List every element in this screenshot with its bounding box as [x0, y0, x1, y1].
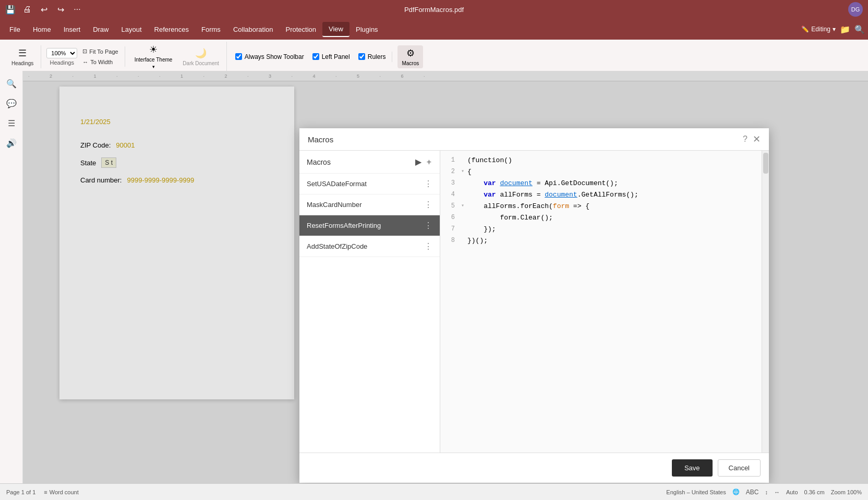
globe-icon[interactable]: 🌐: [732, 489, 740, 495]
menu-layout[interactable]: Layout: [115, 22, 148, 36]
fit-width-icon: ↔: [82, 59, 88, 65]
macro-menu-1[interactable]: ⋮: [424, 179, 432, 189]
editing-indicator[interactable]: ✏️ Editing ▾: [801, 26, 836, 33]
add-macro-button[interactable]: +: [426, 156, 432, 168]
more-icon[interactable]: ···: [72, 4, 82, 15]
left-panel-checkbox[interactable]: [312, 53, 319, 60]
page-info: Page 1 of 1: [6, 489, 35, 495]
status-bar-right: English – United States 🌐 ABC ↕ ↔ Auto 0…: [666, 489, 862, 496]
macro-name-2: MaskCardNumber: [307, 201, 361, 209]
save-button[interactable]: Save: [672, 459, 713, 477]
fit-width-status-icon[interactable]: ↔: [774, 489, 780, 495]
toolbar-view-options: Always Show Toolbar Left Panel Rulers: [229, 52, 393, 62]
always-show-toolbar-toggle[interactable]: Always Show Toolbar: [232, 52, 307, 62]
editor-scrollbar[interactable]: [762, 151, 769, 453]
measure-value: 0.36 cm: [804, 489, 825, 495]
dialog-title: Macros: [308, 135, 333, 144]
menu-references[interactable]: References: [148, 22, 195, 36]
document-title: PdfFormMacros.pdf: [404, 6, 464, 14]
menu-view[interactable]: View: [322, 22, 349, 37]
menu-insert[interactable]: Insert: [57, 22, 87, 36]
sidebar-comment-icon[interactable]: 💬: [3, 95, 20, 112]
menu-file[interactable]: File: [3, 22, 27, 36]
zoom-auto[interactable]: Auto: [786, 489, 798, 495]
save-icon[interactable]: 💾: [5, 4, 16, 15]
code-editor[interactable]: 1 (function() 2 ▾ { 3 var document = Api…: [440, 151, 762, 453]
rulers-toggle[interactable]: Rulers: [355, 52, 389, 62]
zoom-controls: 100% Headings: [46, 48, 77, 66]
menu-protection[interactable]: Protection: [279, 22, 322, 36]
fit-controls: ⊡ Fit To Page ↔ To Width: [79, 46, 121, 67]
avatar[interactable]: DG: [848, 2, 863, 17]
fit-to-page-button[interactable]: ⊡ Fit To Page: [79, 46, 121, 56]
help-icon[interactable]: ?: [743, 135, 748, 144]
menu-plugins[interactable]: Plugins: [349, 22, 384, 36]
left-panel-toggle[interactable]: Left Panel: [309, 52, 353, 62]
macro-menu-4[interactable]: ⋮: [424, 241, 432, 251]
macro-item-3[interactable]: ResetFormsAfterPrinting ⋮: [299, 215, 440, 236]
dialog-body: Macros ▶ + SetUSADateFormat ⋮ MaskCardNu…: [299, 151, 769, 453]
menu-forms[interactable]: Forms: [195, 22, 227, 36]
toolbar-zoom-group: 100% Headings ⊡ Fit To Page ↔ To Width: [43, 46, 125, 67]
macro-menu-3[interactable]: ⋮: [424, 221, 432, 230]
scrollbar-thumb[interactable]: [763, 153, 768, 174]
word-count-icon: ≡: [44, 489, 47, 495]
code-line-2: 2 ▾ {: [440, 167, 762, 179]
undo-icon[interactable]: ↩: [39, 4, 49, 15]
run-macro-button[interactable]: ▶: [414, 156, 423, 168]
dialog-header-right: ? ✕: [743, 133, 761, 145]
menu-draw[interactable]: Draw: [87, 22, 115, 36]
dark-doc-icon: 🌙: [195, 47, 207, 59]
macro-item-4[interactable]: AddStateOfZipCode ⋮: [299, 236, 440, 257]
theme-icon: ☀: [149, 44, 158, 55]
sidebar-search-icon[interactable]: 🔍: [3, 75, 20, 92]
track-changes-icon[interactable]: ↕: [765, 489, 768, 495]
menu-home[interactable]: Home: [27, 22, 57, 36]
dialog-footer: Save Cancel: [299, 453, 769, 483]
word-count[interactable]: ≡ Word count: [44, 489, 78, 495]
macros-list: SetUSADateFormat ⋮ MaskCardNumber ⋮ Rese…: [299, 174, 440, 453]
dark-document-button[interactable]: 🌙 Dark Document: [178, 45, 223, 68]
sidebar-speaker-icon[interactable]: 🔊: [3, 135, 20, 151]
folder-icon[interactable]: 📁: [840, 25, 850, 34]
toolbar-headings-group: ☰ Headings: [4, 45, 41, 68]
macro-menu-2[interactable]: ⋮: [424, 200, 432, 210]
code-line-7: 7 });: [440, 225, 762, 236]
zoom-select[interactable]: 100%: [46, 48, 77, 58]
spellcheck-icon[interactable]: ABC: [746, 489, 759, 496]
cancel-button[interactable]: Cancel: [718, 459, 761, 477]
search-header-icon[interactable]: 🔍: [854, 25, 865, 34]
always-show-toolbar-checkbox[interactable]: [235, 53, 242, 60]
fit-to-width-button[interactable]: ↔ To Width: [79, 57, 121, 67]
macro-name-4: AddStateOfZipCode: [307, 242, 367, 250]
close-icon[interactable]: ✕: [753, 133, 761, 145]
code-line-3: 3 var document = Api.GetDocument();: [440, 179, 762, 190]
code-line-5: 5 ▾ allForms.forEach(form => {: [440, 202, 762, 213]
print-icon[interactable]: 🖨: [22, 4, 32, 15]
main-area: · 2 · 1 · · · 1 · 2 · 3 · 4 · 5 · 6 · 1/…: [23, 71, 868, 483]
title-bar: 💾 🖨 ↩ ↪ ··· PdfFormMacros.pdf DG: [0, 0, 868, 19]
menu-collaboration[interactable]: Collaboration: [227, 22, 280, 36]
dialog-header: Macros ? ✕: [299, 128, 769, 151]
toolbar-theme-group: ☀ Interface Theme ▾ 🌙 Dark Document: [127, 42, 227, 71]
macros-list-header: Macros ▶ +: [299, 151, 440, 174]
code-line-8: 8 })();: [440, 236, 762, 248]
macro-item-2[interactable]: MaskCardNumber ⋮: [299, 194, 440, 215]
language-selector[interactable]: English – United States: [666, 489, 726, 495]
status-bar: Page 1 of 1 ≡ Word count English – Unite…: [0, 483, 868, 500]
interface-theme-button[interactable]: ☀ Interface Theme ▾: [130, 42, 177, 71]
headings-icon: ☰: [18, 47, 27, 59]
menu-bar: File Home Insert Draw Layout References …: [0, 19, 868, 40]
left-sidebar: 🔍 💬 ☰ 🔊: [0, 71, 23, 483]
code-line-6: 6 form.Clear();: [440, 213, 762, 225]
rulers-checkbox[interactable]: [358, 53, 365, 60]
zoom-percent[interactable]: Zoom 100%: [831, 489, 862, 495]
code-line-4: 4 var allForms = document.GetAllForms();: [440, 190, 762, 202]
macros-button[interactable]: ⚙ Macros: [397, 45, 423, 68]
headings-button[interactable]: ☰ Headings: [7, 45, 38, 68]
sidebar-list-icon[interactable]: ☰: [3, 115, 20, 131]
redo-icon[interactable]: ↪: [55, 4, 66, 15]
macro-name-1: SetUSADateFormat: [307, 180, 367, 188]
macro-item-1[interactable]: SetUSADateFormat ⋮: [299, 174, 440, 194]
macros-icon: ⚙: [406, 47, 415, 59]
